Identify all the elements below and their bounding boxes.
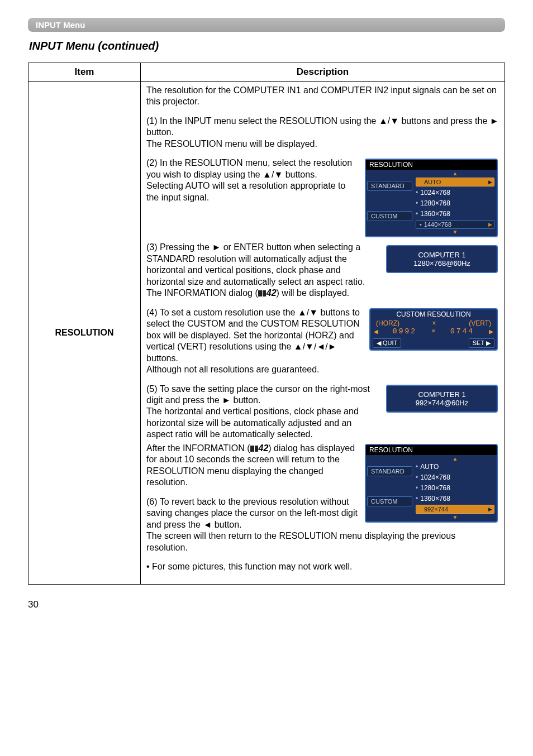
osd-title: RESOLUTION xyxy=(366,445,497,455)
desc-step3b-ref: 42 xyxy=(266,288,277,299)
down-arrow-icon: ▼ xyxy=(413,515,497,520)
up-arrow-icon: ▲ xyxy=(413,171,497,176)
desc-note: • For some pictures, this function may n… xyxy=(146,561,499,572)
desc-step5c-ref: 42 xyxy=(259,443,269,454)
osd-info1-line1: COMPUTER 1 xyxy=(391,251,493,259)
osd-opt-1280: 1280×768 xyxy=(416,199,450,207)
desc-step2b: Selecting AUTO will set a resolution app… xyxy=(146,181,345,202)
osd-opt-1280: 1280×768 xyxy=(416,484,450,492)
chevron-right-icon: ▶ xyxy=(488,222,492,227)
osd-opt-1024: 1024×768 xyxy=(416,189,450,197)
osd-custom-title: CUSTOM RESOLUTION xyxy=(370,309,497,319)
item-cell-resolution: RESOLUTION xyxy=(28,82,141,585)
col-header-item: Item xyxy=(28,63,141,82)
desc-step4a: (4) To set a custom resolution use the ▲… xyxy=(146,308,360,363)
osd-standard-label: STANDARD xyxy=(367,181,412,191)
osd-quit-button: ◀ QUIT xyxy=(373,338,401,348)
desc-step6b: The screen will then return to the RESOL… xyxy=(146,531,455,552)
desc-step5c-prefix: After the INFORMATION ( xyxy=(146,443,250,453)
osd-opt-1440: 1440×768 ▶ xyxy=(416,220,494,229)
down-arrow-icon: ▼ xyxy=(413,229,497,235)
desc-step3a: (3) Pressing the ► or ENTER button when … xyxy=(146,242,365,286)
desc-step3b-prefix: The INFORMATION dialog ( xyxy=(146,288,258,298)
desc-step5a: (5) To save the setting place the cursor… xyxy=(146,384,370,405)
osd-auto-selected: AUTO ▶ xyxy=(416,178,494,186)
desc-step4b: Although not all resolutions are guarant… xyxy=(146,365,320,374)
section-tab: INPUT Menu xyxy=(28,18,505,32)
osd-opt-1360: 1360×768 xyxy=(416,210,450,218)
resolution-table: Item Description RESOLUTION The resoluti… xyxy=(28,63,505,585)
desc-step3b-suffix: ) will be displayed. xyxy=(277,288,350,298)
chevron-left-icon: ◀ xyxy=(374,327,378,336)
osd-resolution-menu-2: RESOLUTION STANDARD CUSTOM ▲ AUTO xyxy=(365,444,498,523)
desc-intro: The resolution for the COMPUTER IN1 and … xyxy=(146,85,499,108)
osd-info-dialog-1: COMPUTER 1 1280×768@60Hz xyxy=(386,245,498,273)
osd-info1-line2: 1280×768@60Hz xyxy=(391,259,493,267)
osd-info-dialog-2: COMPUTER 1 992×744@60Hz xyxy=(386,385,498,413)
page-number: 30 xyxy=(28,599,505,610)
osd-standard-label: STANDARD xyxy=(367,466,412,476)
osd-resolution-menu-1: RESOLUTION STANDARD CUSTOM ▲ xyxy=(365,159,498,237)
book-icon xyxy=(250,446,258,452)
osd-info2-line2: 992×744@60Hz xyxy=(391,399,493,407)
osd-opt-992-selected: 992×744 ▶ xyxy=(416,505,494,514)
osd-x-label: × xyxy=(432,319,436,327)
desc-step2a: (2) In the RESOLUTION menu, select the r… xyxy=(146,158,352,179)
osd-opt-auto: AUTO xyxy=(416,463,439,471)
page-title: INPUT Menu (continued) xyxy=(29,40,504,52)
osd-x: × xyxy=(431,327,436,336)
osd-vert-label: (VERT) xyxy=(469,319,491,327)
chevron-right-icon: ▶ xyxy=(488,179,492,185)
osd-custom-resolution: CUSTOM RESOLUTION (HORZ) × (VERT) ◀ 0992… xyxy=(369,308,498,351)
osd-opt-1024: 1024×768 xyxy=(416,473,450,481)
up-arrow-icon: ▲ xyxy=(413,456,497,462)
desc-step1a: (1) In the INPUT menu select the RESOLUT… xyxy=(146,116,499,137)
book-icon xyxy=(258,290,266,296)
osd-vert-value: 0744 xyxy=(450,327,474,336)
osd-opt-1360: 1360×768 xyxy=(416,495,450,503)
osd-info2-line1: COMPUTER 1 xyxy=(391,390,493,399)
osd-horz-value: 0992 xyxy=(393,327,417,336)
osd-set-button: SET ▶ xyxy=(469,338,494,348)
desc-step6a: (6) To revert back to the previous resol… xyxy=(146,497,358,529)
desc-step1b: The RESOLUTION menu will be displayed. xyxy=(146,139,317,149)
osd-horz-label: (HORZ) xyxy=(376,319,399,327)
chevron-right-icon: ▶ xyxy=(488,506,492,512)
osd-custom-label: CUSTOM xyxy=(367,211,412,221)
desc-step5b: The horizontal and vertical positions, c… xyxy=(146,406,359,439)
chevron-right-icon: ▶ xyxy=(489,327,493,336)
osd-title: RESOLUTION xyxy=(366,160,497,170)
osd-custom-label: CUSTOM xyxy=(367,496,412,506)
col-header-description: Description xyxy=(141,63,505,82)
